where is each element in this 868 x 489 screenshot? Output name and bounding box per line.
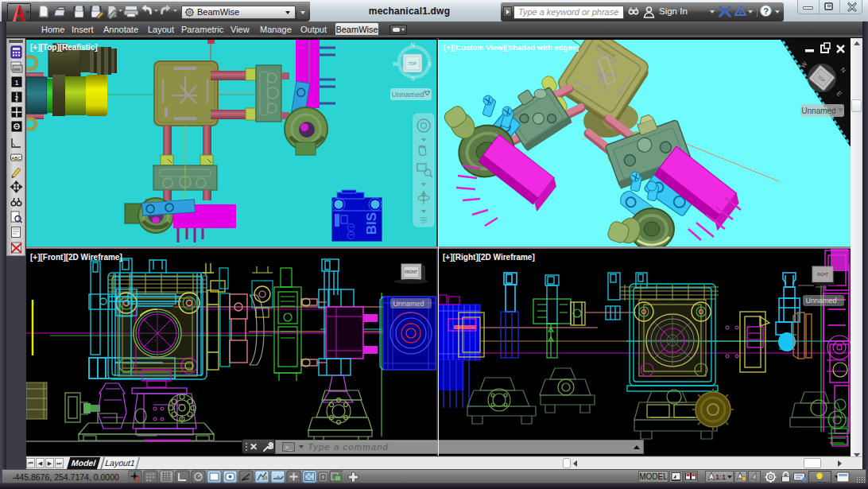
svg-text:Unnamed: Unnamed — [393, 300, 424, 308]
svg-text:S: S — [411, 76, 415, 81]
svg-text:ⓘⓘ: ⓘⓘ — [347, 223, 355, 239]
svg-text:BIS: BIS — [364, 212, 379, 235]
svg-text:ABC: ABC — [11, 156, 21, 161]
svg-text:W: W — [393, 61, 398, 67]
svg-text:[+][Custom View][Shaded with e: [+][Custom View][Shaded with edges] — [444, 43, 579, 52]
svg-text:Unnamed: Unnamed — [391, 90, 424, 99]
svg-text:FRONT: FRONT — [405, 270, 417, 274]
svg-text:RIGHT: RIGHT — [817, 273, 828, 277]
svg-text:2: 2 — [15, 95, 19, 102]
svg-text:Unnamed: Unnamed — [801, 107, 835, 115]
svg-text:[+][Front][2D Wireframe]: [+][Front][2D Wireframe] — [30, 253, 122, 262]
svg-text:1: 1 — [14, 79, 18, 87]
svg-text:N: N — [410, 42, 414, 48]
svg-text:Unnamed: Unnamed — [805, 297, 836, 305]
svg-text:[+][Right][2D Wireframe]: [+][Right][2D Wireframe] — [443, 253, 535, 262]
svg-text:TOP: TOP — [409, 62, 417, 66]
svg-text:E: E — [428, 61, 432, 67]
svg-text:[+][Top][Realistic]: [+][Top][Realistic] — [30, 43, 98, 52]
